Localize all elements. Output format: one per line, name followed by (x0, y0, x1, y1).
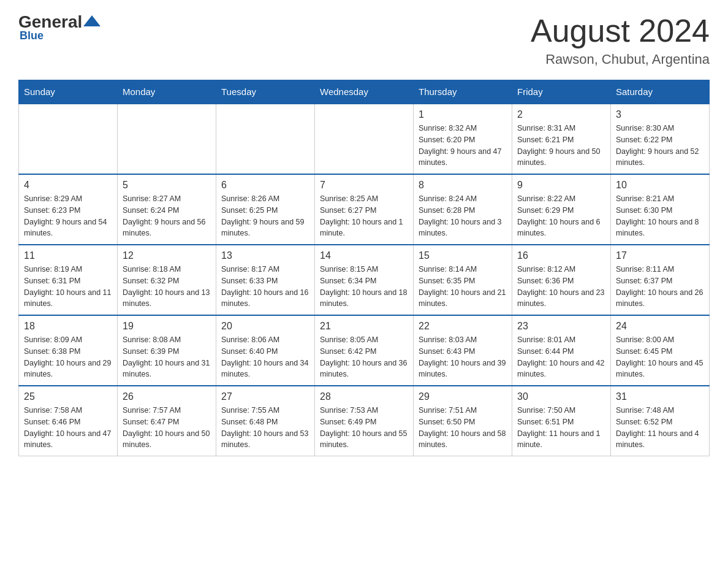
calendar-cell: 12Sunrise: 8:18 AMSunset: 6:32 PMDayligh… (118, 245, 216, 315)
day-info: Sunrise: 8:21 AMSunset: 6:30 PMDaylight:… (616, 193, 704, 239)
day-info: Sunrise: 7:57 AMSunset: 6:47 PMDaylight:… (123, 405, 211, 451)
page-header: General Blue August 2024 Rawson, Chubut,… (18, 12, 710, 67)
day-number: 26 (123, 391, 211, 402)
day-info: Sunrise: 8:24 AMSunset: 6:28 PMDaylight:… (419, 193, 507, 239)
logo-blue-text: Blue (20, 29, 44, 42)
day-info: Sunrise: 8:03 AMSunset: 6:43 PMDaylight:… (419, 334, 507, 380)
day-number: 11 (24, 250, 112, 261)
day-number: 14 (320, 250, 408, 261)
month-title: August 2024 (531, 12, 710, 49)
week-row-1: 1Sunrise: 8:32 AMSunset: 6:20 PMDaylight… (19, 104, 710, 174)
day-info: Sunrise: 8:30 AMSunset: 6:22 PMDaylight:… (616, 123, 704, 169)
day-number: 3 (616, 109, 704, 120)
day-info: Sunrise: 8:26 AMSunset: 6:25 PMDaylight:… (221, 193, 309, 239)
day-info: Sunrise: 7:48 AMSunset: 6:52 PMDaylight:… (616, 405, 704, 451)
day-info: Sunrise: 8:17 AMSunset: 6:33 PMDaylight:… (221, 264, 309, 310)
day-info: Sunrise: 7:51 AMSunset: 6:50 PMDaylight:… (419, 405, 507, 451)
calendar-cell: 7Sunrise: 8:25 AMSunset: 6:27 PMDaylight… (315, 174, 414, 245)
location-title: Rawson, Chubut, Argentina (531, 52, 710, 67)
calendar-cell: 28Sunrise: 7:53 AMSunset: 6:49 PMDayligh… (315, 386, 414, 456)
calendar-cell: 30Sunrise: 7:50 AMSunset: 6:51 PMDayligh… (512, 386, 611, 456)
day-info: Sunrise: 8:11 AMSunset: 6:37 PMDaylight:… (616, 264, 704, 310)
week-row-3: 11Sunrise: 8:19 AMSunset: 6:31 PMDayligh… (19, 245, 710, 315)
day-info: Sunrise: 7:58 AMSunset: 6:46 PMDaylight:… (24, 405, 112, 451)
week-row-5: 25Sunrise: 7:58 AMSunset: 6:46 PMDayligh… (19, 386, 710, 456)
day-info: Sunrise: 8:27 AMSunset: 6:24 PMDaylight:… (123, 193, 211, 239)
calendar-header-tuesday: Tuesday (216, 80, 315, 104)
day-info: Sunrise: 8:19 AMSunset: 6:31 PMDaylight:… (24, 264, 112, 310)
logo-triangle-icon (83, 15, 100, 26)
day-number: 4 (24, 180, 112, 191)
calendar-cell: 20Sunrise: 8:06 AMSunset: 6:40 PMDayligh… (216, 315, 315, 386)
calendar-cell: 18Sunrise: 8:09 AMSunset: 6:38 PMDayligh… (19, 315, 118, 386)
calendar-cell: 10Sunrise: 8:21 AMSunset: 6:30 PMDayligh… (611, 174, 710, 245)
title-block: August 2024 Rawson, Chubut, Argentina (531, 12, 710, 67)
day-number: 15 (419, 250, 507, 261)
calendar-cell: 17Sunrise: 8:11 AMSunset: 6:37 PMDayligh… (611, 245, 710, 315)
day-number: 16 (517, 250, 605, 261)
day-number: 12 (123, 250, 211, 261)
calendar-cell: 15Sunrise: 8:14 AMSunset: 6:35 PMDayligh… (414, 245, 512, 315)
calendar-cell: 8Sunrise: 8:24 AMSunset: 6:28 PMDaylight… (414, 174, 512, 245)
day-number: 29 (419, 391, 507, 402)
day-number: 25 (24, 391, 112, 402)
calendar-cell: 9Sunrise: 8:22 AMSunset: 6:29 PMDaylight… (512, 174, 611, 245)
day-number: 24 (616, 321, 704, 332)
day-number: 13 (221, 250, 309, 261)
day-number: 2 (517, 109, 605, 120)
day-number: 22 (419, 321, 507, 332)
day-number: 7 (320, 180, 408, 191)
day-number: 6 (221, 180, 309, 191)
day-info: Sunrise: 8:09 AMSunset: 6:38 PMDaylight:… (24, 334, 112, 380)
day-info: Sunrise: 8:05 AMSunset: 6:42 PMDaylight:… (320, 334, 408, 380)
day-info: Sunrise: 8:29 AMSunset: 6:23 PMDaylight:… (24, 193, 112, 239)
calendar-cell: 31Sunrise: 7:48 AMSunset: 6:52 PMDayligh… (611, 386, 710, 456)
calendar-cell: 16Sunrise: 8:12 AMSunset: 6:36 PMDayligh… (512, 245, 611, 315)
day-number: 18 (24, 321, 112, 332)
day-number: 5 (123, 180, 211, 191)
calendar-cell: 21Sunrise: 8:05 AMSunset: 6:42 PMDayligh… (315, 315, 414, 386)
day-info: Sunrise: 8:00 AMSunset: 6:45 PMDaylight:… (616, 334, 704, 380)
calendar-cell: 3Sunrise: 8:30 AMSunset: 6:22 PMDaylight… (611, 104, 710, 174)
day-number: 30 (517, 391, 605, 402)
calendar-cell: 14Sunrise: 8:15 AMSunset: 6:34 PMDayligh… (315, 245, 414, 315)
calendar-header-saturday: Saturday (611, 80, 710, 104)
calendar-cell: 13Sunrise: 8:17 AMSunset: 6:33 PMDayligh… (216, 245, 315, 315)
calendar-header-wednesday: Wednesday (315, 80, 414, 104)
day-info: Sunrise: 7:50 AMSunset: 6:51 PMDaylight:… (517, 405, 605, 451)
week-row-4: 18Sunrise: 8:09 AMSunset: 6:38 PMDayligh… (19, 315, 710, 386)
day-info: Sunrise: 8:32 AMSunset: 6:20 PMDaylight:… (419, 123, 507, 169)
day-number: 23 (517, 321, 605, 332)
calendar-cell: 2Sunrise: 8:31 AMSunset: 6:21 PMDaylight… (512, 104, 611, 174)
calendar-cell (216, 104, 315, 174)
day-info: Sunrise: 8:25 AMSunset: 6:27 PMDaylight:… (320, 193, 408, 239)
day-info: Sunrise: 8:12 AMSunset: 6:36 PMDaylight:… (517, 264, 605, 310)
day-number: 21 (320, 321, 408, 332)
calendar-cell (315, 104, 414, 174)
day-number: 31 (616, 391, 704, 402)
day-info: Sunrise: 7:53 AMSunset: 6:49 PMDaylight:… (320, 405, 408, 451)
day-number: 1 (419, 109, 507, 120)
calendar-cell: 23Sunrise: 8:01 AMSunset: 6:44 PMDayligh… (512, 315, 611, 386)
day-info: Sunrise: 8:06 AMSunset: 6:40 PMDaylight:… (221, 334, 309, 380)
calendar-cell: 25Sunrise: 7:58 AMSunset: 6:46 PMDayligh… (19, 386, 118, 456)
calendar-cell: 6Sunrise: 8:26 AMSunset: 6:25 PMDaylight… (216, 174, 315, 245)
calendar-cell (118, 104, 216, 174)
day-info: Sunrise: 8:14 AMSunset: 6:35 PMDaylight:… (419, 264, 507, 310)
calendar-cell: 5Sunrise: 8:27 AMSunset: 6:24 PMDaylight… (118, 174, 216, 245)
day-info: Sunrise: 8:31 AMSunset: 6:21 PMDaylight:… (517, 123, 605, 169)
calendar-cell: 4Sunrise: 8:29 AMSunset: 6:23 PMDaylight… (19, 174, 118, 245)
calendar-header-row: SundayMondayTuesdayWednesdayThursdayFrid… (19, 80, 710, 104)
calendar-cell: 24Sunrise: 8:00 AMSunset: 6:45 PMDayligh… (611, 315, 710, 386)
day-number: 10 (616, 180, 704, 191)
calendar-header-sunday: Sunday (19, 80, 118, 104)
calendar-cell: 22Sunrise: 8:03 AMSunset: 6:43 PMDayligh… (414, 315, 512, 386)
day-info: Sunrise: 8:01 AMSunset: 6:44 PMDaylight:… (517, 334, 605, 380)
day-number: 8 (419, 180, 507, 191)
calendar-cell: 29Sunrise: 7:51 AMSunset: 6:50 PMDayligh… (414, 386, 512, 456)
day-number: 19 (123, 321, 211, 332)
day-number: 27 (221, 391, 309, 402)
day-number: 17 (616, 250, 704, 261)
calendar-header-friday: Friday (512, 80, 611, 104)
day-number: 9 (517, 180, 605, 191)
